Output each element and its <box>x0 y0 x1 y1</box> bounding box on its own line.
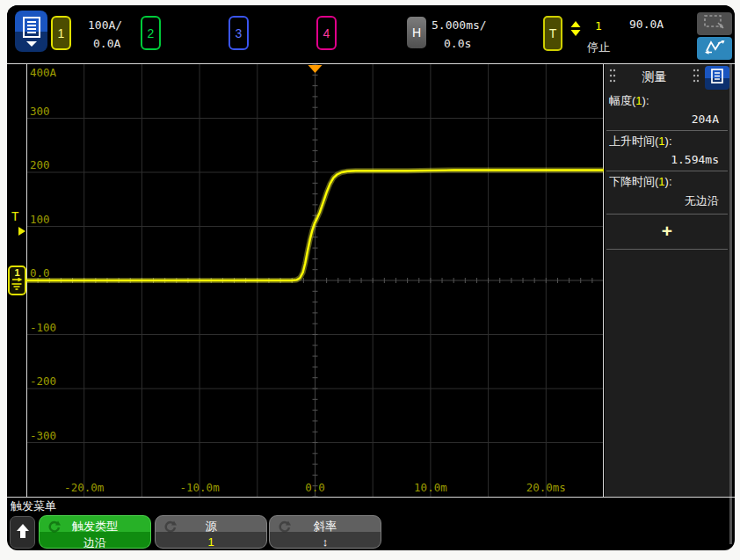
channel-1-button[interactable]: 1 <box>51 16 71 50</box>
channel-1-offset: 0.0A <box>88 37 122 50</box>
dashed-rect-select-icon <box>703 14 726 33</box>
softkey-trigger-slope[interactable]: 斜率 ↕ <box>269 515 381 549</box>
oscilloscope-screen: 1 100A/ 0.0A 2 3 4 H 5.000ms/ 0.0s T 1 停… <box>7 5 735 550</box>
top-toolbar: 1 100A/ 0.0A 2 3 4 H 5.000ms/ 0.0s T 1 停… <box>7 5 735 63</box>
channel-2-button[interactable]: 2 <box>141 16 161 50</box>
measurement-panel-header: 测量 <box>605 64 729 91</box>
drag-grip-icon[interactable] <box>609 69 616 86</box>
channel-1-scale: 100A/ <box>88 18 122 32</box>
x-axis-tick-label: 20.0ms <box>526 481 566 494</box>
measurement-menu-button[interactable] <box>705 66 729 90</box>
y-axis-tick-label: 100 <box>30 213 50 226</box>
chevron-down-icon <box>26 41 37 47</box>
ground-symbol-icon <box>11 278 24 294</box>
up-arrow-icon <box>17 524 29 542</box>
softkey-value: ↕ <box>270 535 381 549</box>
x-axis-tick-label: 10.0m <box>414 481 447 494</box>
acquisition-status: 停止 <box>580 40 617 55</box>
channel-1-ground-marker[interactable]: 1 <box>8 265 26 295</box>
trigger-level-T-label[interactable]: T <box>11 209 18 223</box>
trigger-button[interactable]: T <box>543 16 562 51</box>
y-axis-tick-label: 300 <box>30 105 50 118</box>
measurement-panel: 测量 幅度(1): <box>605 64 729 497</box>
channel-1-marker-number: 1 <box>14 268 19 278</box>
trigger-time-marker-icon[interactable] <box>308 65 323 73</box>
drag-grip-icon[interactable] <box>693 69 700 86</box>
document-list-icon <box>711 69 723 87</box>
x-axis-tick-label: -20.0m <box>64 481 104 494</box>
trigger-readout: 1 停止 <box>580 17 617 55</box>
y-axis-tick-label: -300 <box>30 429 56 442</box>
waveform-pan-icon <box>703 39 726 58</box>
channel-4-button[interactable]: 4 <box>316 16 337 50</box>
horizontal-readout: 5.000ms/ 0.0s <box>432 18 487 50</box>
zoom-select-button[interactable] <box>697 12 732 35</box>
document-list-icon <box>22 17 41 41</box>
main-menu-button[interactable] <box>15 11 47 52</box>
softkey-value: 边沿 <box>40 535 150 550</box>
softkey-value: 1 <box>156 535 266 549</box>
waveform-pan-button[interactable] <box>697 37 732 60</box>
back-up-button[interactable] <box>10 516 35 549</box>
rotary-knob-icon <box>278 520 291 536</box>
divider <box>606 249 728 250</box>
softkey-menu-title: 触发菜单 <box>11 498 56 514</box>
measurement-row: 下降时间(1): 无边沿 <box>605 171 729 215</box>
measurement-panel-title: 测量 <box>620 69 688 85</box>
waveform-graticule[interactable]: 400A3002001000.0-100-200-300-20.0m-10.0m… <box>26 64 604 497</box>
measurement-value: 1.594ms <box>605 149 729 171</box>
trigger-source: 1 <box>595 19 602 33</box>
y-axis-tick-label: -200 <box>30 375 56 388</box>
softkey-trigger-type[interactable]: 触发类型 边沿 <box>39 515 151 549</box>
measurement-row: 上升时间(1): 1.594ms <box>605 131 729 171</box>
trigger-level-readout: 90.0A <box>629 18 664 31</box>
trigger-level-marker-icon[interactable] <box>18 227 25 236</box>
measurement-value: 204A <box>605 109 729 130</box>
y-axis-tick-label: 0.0 <box>30 266 50 280</box>
x-axis-tick-label: 0.0 <box>305 481 325 494</box>
timebase-delay: 0.0s <box>432 37 487 50</box>
horizontal-button[interactable]: H <box>407 17 426 48</box>
softkey-separator-line <box>7 497 735 498</box>
x-axis-tick-label: -10.0m <box>180 481 220 494</box>
toolbar-separator-line <box>7 63 735 64</box>
rotary-knob-icon <box>163 520 177 536</box>
softkey-trigger-source[interactable]: 源 1 <box>155 515 267 549</box>
measurement-label: 下降时间(1): <box>605 171 729 190</box>
add-measurement-button[interactable]: + <box>605 215 729 249</box>
measurement-label: 幅度(1): <box>605 91 729 109</box>
y-axis-tick-label: 200 <box>30 158 50 171</box>
channel-3-button[interactable]: 3 <box>229 16 249 50</box>
y-axis-tick-label: -100 <box>30 321 56 334</box>
channel-1-readout: 100A/ 0.0A <box>88 18 122 50</box>
y-axis-tick-label: 400A <box>30 66 57 79</box>
measurement-row: 幅度(1): 204A <box>605 91 729 131</box>
right-bezel-strip <box>729 64 732 544</box>
measurement-value: 无边沿 <box>605 190 729 214</box>
measurement-label: 上升时间(1): <box>605 131 729 149</box>
rotary-knob-icon <box>47 520 61 536</box>
timebase-scale: 5.000ms/ <box>432 18 487 32</box>
